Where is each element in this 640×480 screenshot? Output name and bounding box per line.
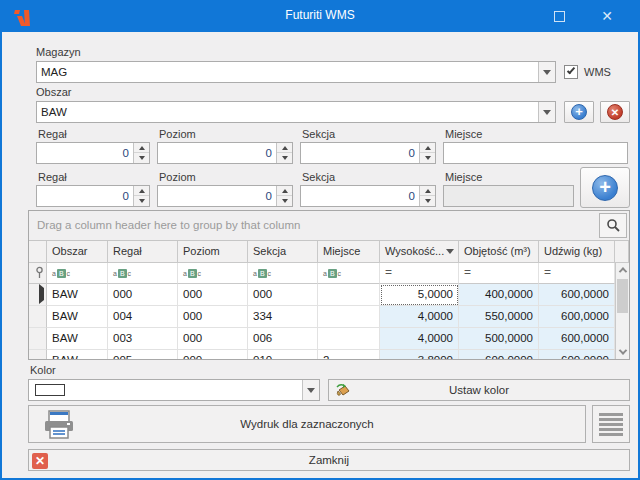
maximize-button[interactable] — [546, 5, 572, 27]
poziom2-input[interactable] — [158, 186, 276, 206]
regal2-input[interactable] — [37, 186, 133, 206]
column-header[interactable]: Udźwig (kg) — [539, 241, 615, 263]
obszar-dropdown-button[interactable] — [538, 102, 555, 122]
grid-cell[interactable]: 600,0000 — [539, 284, 615, 306]
filter-cell[interactable]: aBc — [47, 263, 108, 284]
column-header[interactable]: Poziom — [178, 241, 248, 263]
grid-cell[interactable] — [318, 306, 380, 328]
miejsce1-input[interactable] — [444, 143, 627, 163]
spin-up-button[interactable] — [277, 143, 292, 153]
grid-cell-focused[interactable]: 5,0000 — [380, 284, 459, 306]
column-header[interactable]: Regał — [108, 241, 178, 263]
vertical-scrollbar[interactable] — [615, 263, 629, 359]
grid-cell[interactable] — [318, 284, 380, 306]
grid-cell[interactable]: BAW — [47, 350, 108, 360]
spin-up-button[interactable] — [420, 143, 435, 153]
grid-cell[interactable]: 000 — [248, 284, 318, 306]
scroll-up-button[interactable] — [616, 263, 629, 277]
table-row[interactable]: BAW 003 000 006 4,0000 500,0000 600,0000 — [29, 328, 615, 350]
column-header[interactable]: Wysokość... — [380, 241, 459, 263]
miejsce1-field[interactable] — [443, 142, 628, 164]
ustaw-kolor-button[interactable]: Ustaw kolor — [328, 379, 630, 401]
magazyn-input[interactable] — [37, 62, 537, 82]
color-dropdown-button[interactable] — [302, 380, 319, 400]
grid-cell[interactable]: 003 — [108, 328, 178, 350]
spin-up-button[interactable] — [134, 186, 149, 196]
obszar-input[interactable] — [37, 102, 537, 122]
wms-checkbox[interactable] — [564, 65, 578, 79]
grid-cell[interactable]: 005 — [108, 350, 178, 360]
grid-cell[interactable]: 4,0000 — [380, 328, 459, 350]
add-location-button[interactable]: + — [580, 167, 630, 208]
sekcja1-spinner[interactable] — [300, 142, 436, 164]
scroll-down-button[interactable] — [616, 345, 629, 359]
grid-cell[interactable]: 000 — [178, 328, 248, 350]
spin-down-button[interactable] — [420, 153, 435, 163]
grid-cell[interactable]: 004 — [108, 306, 178, 328]
add-obszar-button[interactable]: + — [564, 101, 594, 123]
filter-cell[interactable]: aBc — [248, 263, 318, 284]
spin-up-button[interactable] — [420, 186, 435, 196]
grid-cell[interactable] — [318, 328, 380, 350]
table-row[interactable]: BAW 005 000 010 2 3,8000 600,0000 600,00… — [29, 350, 615, 360]
grid-cell[interactable]: 550,0000 — [459, 306, 539, 328]
regal2-spinner[interactable] — [36, 185, 150, 207]
sekcja1-input[interactable] — [301, 143, 419, 163]
magazyn-combobox[interactable] — [36, 61, 556, 83]
spin-up-button[interactable] — [134, 143, 149, 153]
grid-cell[interactable]: 400,0000 — [459, 284, 539, 306]
grid-cell[interactable]: 600,0000 — [539, 328, 615, 350]
sekcja2-spinner[interactable] — [300, 185, 436, 207]
table-row[interactable]: BAW 004 000 334 4,0000 550,0000 600,0000 — [29, 306, 615, 328]
poziom1-input[interactable] — [158, 143, 276, 163]
grid-cell[interactable]: 4,0000 — [380, 306, 459, 328]
search-button[interactable] — [599, 213, 627, 238]
grid-cell[interactable]: 000 — [108, 284, 178, 306]
filter-cell[interactable]: = — [380, 263, 459, 284]
grid-cell[interactable]: BAW — [47, 328, 108, 350]
grid-cell[interactable]: 500,0000 — [459, 328, 539, 350]
color-combobox[interactable] — [28, 379, 320, 401]
poziom1-spinner[interactable] — [157, 142, 293, 164]
obszar-combobox[interactable] — [36, 101, 556, 123]
grid-cell[interactable]: 600,0000 — [539, 350, 615, 360]
menu-button[interactable] — [592, 405, 630, 443]
column-header[interactable]: Miejsce — [318, 241, 380, 263]
spin-down-button[interactable] — [134, 196, 149, 206]
grid-cell[interactable]: 010 — [248, 350, 318, 360]
regal1-spinner[interactable] — [36, 142, 150, 164]
grid-cell[interactable]: 000 — [178, 350, 248, 360]
grid-cell[interactable]: 334 — [248, 306, 318, 328]
filter-cell[interactable]: = — [459, 263, 539, 284]
sekcja2-input[interactable] — [301, 186, 419, 206]
grid-cell[interactable]: 600,0000 — [459, 350, 539, 360]
column-header[interactable]: Objętość (m³) — [459, 241, 539, 263]
grid-cell[interactable]: 3,8000 — [380, 350, 459, 360]
grid-cell[interactable]: 600,0000 — [539, 306, 615, 328]
wydruk-button[interactable]: Wydruk dla zaznaczonych — [28, 405, 586, 443]
scrollbar-thumb[interactable] — [617, 279, 628, 313]
filter-cell[interactable]: aBc — [108, 263, 178, 284]
grid-cell[interactable]: BAW — [47, 306, 108, 328]
regal1-input[interactable] — [37, 143, 133, 163]
grid-cell[interactable]: 2 — [318, 350, 380, 360]
filter-cell[interactable]: = — [539, 263, 615, 284]
close-button[interactable]: ✕ — [594, 5, 620, 27]
group-by-panel[interactable]: Drag a column header here to group by th… — [29, 211, 629, 241]
column-header[interactable]: Sekcja — [248, 241, 318, 263]
spin-up-button[interactable] — [277, 186, 292, 196]
grid-cell[interactable]: 000 — [178, 284, 248, 306]
spin-down-button[interactable] — [420, 196, 435, 206]
grid-cell[interactable]: 006 — [248, 328, 318, 350]
table-row[interactable]: BAW 000 000 000 5,0000 400,0000 600,0000 — [29, 284, 615, 306]
spin-down-button[interactable] — [277, 153, 292, 163]
zamknij-button[interactable]: ✕ Zamknij — [28, 449, 630, 471]
spin-down-button[interactable] — [277, 196, 292, 206]
delete-obszar-button[interactable]: ✕ — [600, 101, 630, 123]
grid-cell[interactable]: BAW — [47, 284, 108, 306]
poziom2-spinner[interactable] — [157, 185, 293, 207]
column-header[interactable]: Obszar — [47, 241, 108, 263]
filter-cell[interactable]: aBc — [178, 263, 248, 284]
filter-cell[interactable]: aBc — [318, 263, 380, 284]
spin-down-button[interactable] — [134, 153, 149, 163]
